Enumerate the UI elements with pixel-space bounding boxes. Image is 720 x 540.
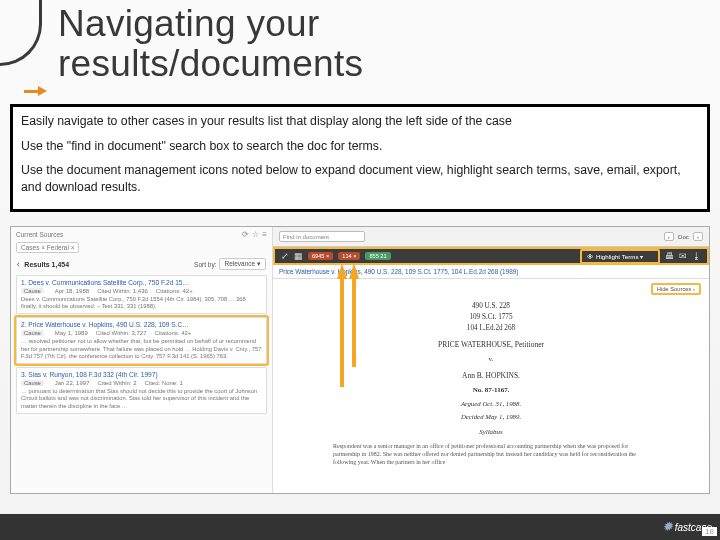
sort-label: Sort by: [194, 261, 216, 268]
court-badge: Cause [21, 380, 44, 386]
result-date: May 1, 1989 [55, 330, 88, 336]
source-pill[interactable]: Cases × Federal × [16, 242, 79, 253]
result-snippet: Dees v. Communications Satellite Corp., … [21, 296, 262, 310]
doc-cite-2: 109 S.Ct. 1775 [333, 313, 649, 321]
result-card-1[interactable]: 1. Dees v. Communications Satellite Corp… [16, 275, 267, 314]
pager-next-button[interactable]: › [693, 232, 703, 241]
doc-syllabus-heading: Syllabus [333, 428, 649, 436]
result-date: Apr 18, 1988 [55, 288, 89, 294]
document-body: 490 U.S. 228 109 S.Ct. 1775 104 L.Ed.2d … [273, 279, 709, 472]
result-title[interactable]: 1. Dees v. Communications Satellite Corp… [21, 279, 262, 286]
pager-prev-button[interactable]: ‹ [664, 232, 674, 241]
sources-row: Current Sources ⟳ ☆ ≡ [11, 227, 272, 242]
sort-dropdown[interactable]: Relevance ▾ [219, 258, 266, 270]
doc-party-2: Ann B. HOPKINS. [333, 371, 649, 380]
term-chip[interactable]: 855 21 [365, 252, 390, 260]
corner-decoration [0, 0, 42, 66]
doc-versus: v. [333, 355, 649, 363]
result-citing: Citations: 42+ [155, 330, 192, 336]
print-icon[interactable]: 🖶 [665, 251, 674, 261]
instruction-1: Easily navigate to other cases in your r… [21, 113, 699, 130]
document-pane: Find in document ‹ Doc › ⤢ ▦ 6945 × 114 … [273, 227, 709, 493]
sort-control[interactable]: Sort by: Relevance ▾ [194, 258, 266, 270]
find-placeholder: Find in document [283, 234, 329, 240]
doc-toolbar-top: Find in document ‹ Doc › [273, 227, 709, 247]
eye-icon: 👁 [587, 253, 593, 260]
slide-title: Navigating your results/documents [58, 4, 363, 84]
results-header: ‹ Results 1,454 Sort by: Relevance ▾ [11, 256, 272, 272]
result-cited: Cited Within: 2 [97, 380, 136, 386]
result-date: Jan 22, 1997 [55, 380, 90, 386]
slide: Navigating your results/documents Easily… [0, 0, 720, 540]
result-cited: Cited Within: 3,727 [96, 330, 147, 336]
result-citing: Cited: None: 1 [144, 380, 182, 386]
expand-icon[interactable]: ⤢ [281, 251, 289, 261]
app-screenshot: Current Sources ⟳ ☆ ≡ Cases × Federal × … [10, 226, 710, 494]
sources-label: Current Sources [16, 231, 63, 238]
find-in-document-input[interactable]: Find in document [279, 231, 365, 242]
title-line-1: Navigating your [58, 3, 320, 44]
court-badge: Cause [21, 330, 44, 336]
citation-text[interactable]: Price Waterhouse v. Hopkins, 490 U.S. 22… [279, 268, 518, 275]
instruction-2: Use the "find in document" search box to… [21, 138, 699, 155]
filter-icon[interactable]: ≡ [262, 230, 267, 239]
toolbar-icons-right: ⟳ ☆ ≡ [242, 230, 267, 239]
result-snippet: … pursuant to determination that Sias sh… [21, 388, 262, 410]
back-chevron-icon[interactable]: ‹ [17, 261, 19, 268]
doc-pager: ‹ Doc › [664, 232, 703, 241]
instructions-box: Easily navigate to other cases in your r… [10, 104, 710, 212]
footer-bar: ✹ fastcase [0, 514, 720, 540]
refresh-icon[interactable]: ⟳ [242, 230, 249, 239]
term-chip[interactable]: 6945 × [308, 252, 333, 260]
arrow-accent-icon [24, 86, 47, 96]
doc-decided: Decided May 1, 1989. [333, 413, 649, 420]
annotation-arrow-icon [349, 263, 359, 279]
result-card-2[interactable]: 2. Price Waterhouse v. Hopkins, 490 U.S.… [16, 317, 267, 364]
grid-icon[interactable]: ▦ [294, 251, 303, 261]
result-title[interactable]: 2. Price Waterhouse v. Hopkins, 490 U.S.… [21, 321, 262, 328]
result-title[interactable]: 3. Sias v. Runyon, 108 F.3d 332 (4th Cir… [21, 371, 262, 378]
doc-cite-1: 490 U.S. 228 [333, 302, 649, 310]
doc-cite-3: 104 L.Ed.2d 268 [333, 324, 649, 332]
term-chip[interactable]: 114 × [338, 252, 360, 260]
download-icon[interactable]: ⭳ [692, 251, 701, 261]
court-badge: Cause [21, 288, 44, 294]
result-cited: Cited Within: 1,436 [97, 288, 148, 294]
hide-sources-button[interactable]: Hide Sources › [651, 283, 701, 295]
doc-paragraph: Respondent was a senior manager in an of… [333, 442, 649, 466]
result-citing: Citations: 42+ [156, 288, 193, 294]
doc-case-no: No. 87-1167. [333, 386, 649, 394]
results-sidebar: Current Sources ⟳ ☆ ≡ Cases × Federal × … [11, 227, 273, 493]
title-line-2: results/documents [58, 43, 363, 84]
star-icon[interactable]: ☆ [252, 230, 259, 239]
result-card-3[interactable]: 3. Sias v. Runyon, 108 F.3d 332 (4th Cir… [16, 367, 267, 414]
instruction-3: Use the document management icons noted … [21, 162, 699, 195]
page-number: 18 [702, 527, 717, 536]
doc-party-1: PRICE WATERHOUSE, Petitioner [333, 340, 649, 349]
results-count: Results 1,454 [24, 261, 69, 268]
highlight-terms-button[interactable]: 👁 Highlight Terms ▾ [580, 249, 660, 264]
highlight-label: Highlight Terms ▾ [596, 253, 643, 260]
result-snippet: … resolved petitioner not to allow wheth… [21, 338, 262, 360]
email-icon[interactable]: ✉ [679, 251, 687, 261]
doc-argued: Argued Oct. 31, 1988. [333, 400, 649, 407]
pager-label: Doc [678, 233, 689, 240]
annotation-arrow-icon [337, 263, 347, 279]
